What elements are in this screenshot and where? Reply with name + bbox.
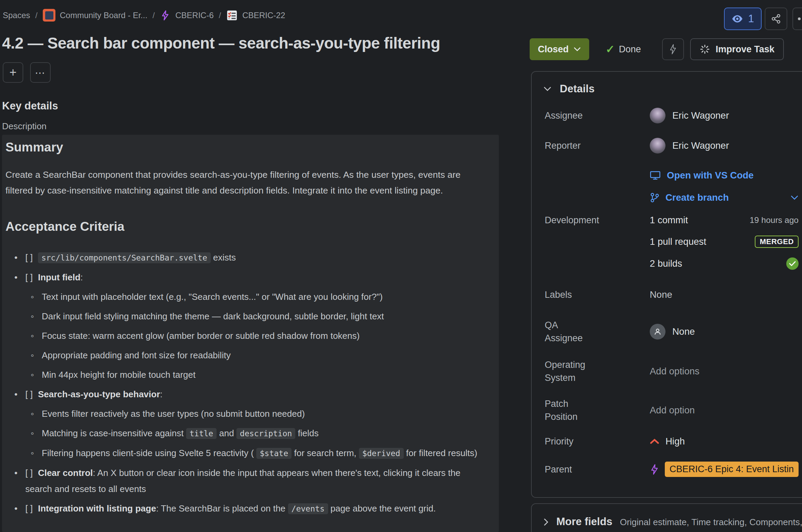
- open-vscode-label: Open with VS Code: [667, 170, 754, 181]
- qa-assignee-label: QA Assignee: [545, 319, 650, 345]
- qa-assignee-value[interactable]: None: [650, 324, 799, 340]
- checklist-item: Filtering happens client-side using Svel…: [5, 445, 484, 462]
- build-success-icon: [786, 257, 799, 270]
- text: page above the event grid.: [328, 503, 436, 514]
- breadcrumb-separator: /: [153, 11, 155, 20]
- description-label: Description: [2, 121, 47, 132]
- breadcrumb-task[interactable]: CBERIC-22: [226, 10, 285, 21]
- parent-row: Parent CBERIC-6 Epic 4: Event Listin: [545, 462, 799, 477]
- breadcrumb-separator: /: [219, 11, 221, 20]
- check-icon: ✓: [606, 43, 615, 56]
- operating-system-value[interactable]: Add options: [650, 366, 699, 377]
- checklist-item: Matching is case-insensitive against tit…: [5, 425, 484, 442]
- chevron-down-icon: [543, 86, 552, 92]
- checkbox-glyph: [ ]: [25, 468, 35, 478]
- description-panel[interactable]: Summary Create a SearchBar component tha…: [2, 135, 499, 532]
- checklist-item: Focus state: warm accent glow (amber bor…: [5, 328, 484, 344]
- content-more-button[interactable]: ⋯: [30, 62, 51, 83]
- builds-link[interactable]: 2 builds: [650, 258, 682, 269]
- checklist-item: [ ] Integration with listing page: The S…: [5, 501, 484, 517]
- pull-request-link[interactable]: 1 pull request: [650, 236, 706, 247]
- text: Min 44px height for mobile touch target: [42, 370, 195, 380]
- quick-actions-button[interactable]: [662, 38, 684, 60]
- development-commit-row: Development 1 commit 19 hours ago: [545, 214, 799, 227]
- status-dropdown[interactable]: Closed: [530, 38, 589, 60]
- checklist-item: Events filter reactively as the user typ…: [5, 406, 484, 422]
- parent-epic-badge[interactable]: CBERIC-6 Epic 4: Event Listin: [665, 462, 799, 477]
- breadcrumb-project-label: Community Board - Er...: [60, 11, 147, 20]
- text: fields: [295, 428, 319, 438]
- ellipsis-icon: [798, 17, 801, 20]
- development-label: Development: [545, 214, 650, 227]
- reporter-row: Reporter Eric Wagoner: [545, 138, 799, 154]
- patch-position-row: Patch Position Add option: [545, 397, 799, 423]
- breadcrumb-project[interactable]: Community Board - Er...: [43, 9, 147, 22]
- breadcrumb: Spaces / Community Board - Er... / CBERI…: [3, 9, 285, 22]
- more-button[interactable]: [792, 8, 802, 30]
- improve-task-label: Improve Task: [715, 44, 774, 55]
- chevron-down-icon[interactable]: [790, 195, 799, 200]
- patch-position-value[interactable]: Add option: [650, 405, 695, 416]
- create-branch-link[interactable]: Create branch: [650, 192, 729, 203]
- ellipsis-icon: ⋯: [35, 67, 46, 79]
- text: Appropriate padding and font size for re…: [42, 350, 231, 360]
- checklist-item: Min 44px height for mobile touch target: [5, 367, 484, 383]
- breadcrumb-separator: /: [35, 11, 38, 20]
- text: for search term,: [292, 448, 359, 458]
- breadcrumb-epic-label: CBERIC-6: [175, 11, 214, 20]
- breadcrumb-spaces[interactable]: Spaces: [3, 11, 30, 20]
- operating-system-label: Operating System: [545, 358, 650, 384]
- details-header[interactable]: Details: [543, 83, 595, 95]
- share-icon: [771, 14, 781, 24]
- more-fields-toggle[interactable]: More fields Original estimate, Time trac…: [543, 516, 802, 528]
- watch-button[interactable]: 1: [724, 8, 762, 30]
- share-button[interactable]: [765, 8, 787, 30]
- epic-lightning-icon: [650, 464, 659, 475]
- details-panel: Details Assignee Eric Wagoner Reporter E…: [531, 71, 802, 498]
- operating-system-row: Operating System Add options: [545, 358, 799, 384]
- lightning-icon: [669, 44, 677, 55]
- checklist-item: [ ] Search-as-you-type behavior:: [5, 386, 484, 402]
- chevron-down-icon: [573, 47, 581, 52]
- add-button[interactable]: +: [3, 62, 23, 83]
- improve-task-button[interactable]: Improve Task: [690, 38, 784, 60]
- merged-badge: MERGED: [755, 236, 799, 248]
- code-chip: $derived: [359, 448, 404, 459]
- reporter-label: Reporter: [545, 139, 650, 152]
- text: Filtering happens client-side using Svel…: [42, 448, 256, 458]
- commit-link[interactable]: 1 commit: [650, 215, 688, 226]
- task-actions: Closed ✓ Done Improve Task: [530, 38, 784, 60]
- assignee-label: Assignee: [545, 109, 650, 122]
- priority-value[interactable]: High: [650, 436, 799, 447]
- code-chip: /events: [288, 503, 328, 514]
- bold-text: Input field: [38, 272, 80, 282]
- branch-row: Create branch: [545, 192, 799, 203]
- resolution: ✓ Done: [606, 43, 641, 56]
- assignee-value[interactable]: Eric Wagoner: [650, 108, 799, 123]
- checklist-item: Text input with placeholder text (e.g., …: [5, 289, 484, 305]
- bold-text: Integration with listing page: [38, 503, 156, 514]
- labels-value[interactable]: None: [650, 289, 672, 300]
- git-branch-icon: [650, 192, 659, 203]
- more-fields-title: More fields: [556, 516, 612, 528]
- text: Events filter reactively as the user typ…: [42, 409, 305, 419]
- open-vscode-link[interactable]: Open with VS Code: [650, 170, 799, 181]
- breadcrumb-epic[interactable]: CBERIC-6: [160, 10, 214, 21]
- summary-heading: Summary: [5, 140, 499, 155]
- assignee-name: Eric Wagoner: [672, 110, 729, 121]
- qa-assignee-row: QA Assignee None: [545, 319, 799, 345]
- checkbox-glyph: [ ]: [25, 503, 35, 514]
- avatar: [650, 138, 665, 154]
- text: Text input with placeholder text (e.g., …: [42, 292, 383, 302]
- reporter-value[interactable]: Eric Wagoner: [650, 138, 799, 154]
- vscode-row: Open with VS Code: [545, 170, 799, 181]
- text: Focus state: warm accent glow (amber bor…: [42, 331, 360, 341]
- priority-row: Priority High: [545, 435, 799, 448]
- create-branch-label: Create branch: [665, 192, 729, 203]
- checklist-item: [ ] src/lib/components/SearchBar.svelte …: [5, 250, 484, 266]
- status-label: Closed: [538, 44, 569, 55]
- epic-lightning-icon: [160, 10, 171, 21]
- plus-icon: +: [9, 65, 16, 80]
- labels-row: Labels None: [545, 288, 799, 301]
- watch-count: 1: [748, 13, 754, 25]
